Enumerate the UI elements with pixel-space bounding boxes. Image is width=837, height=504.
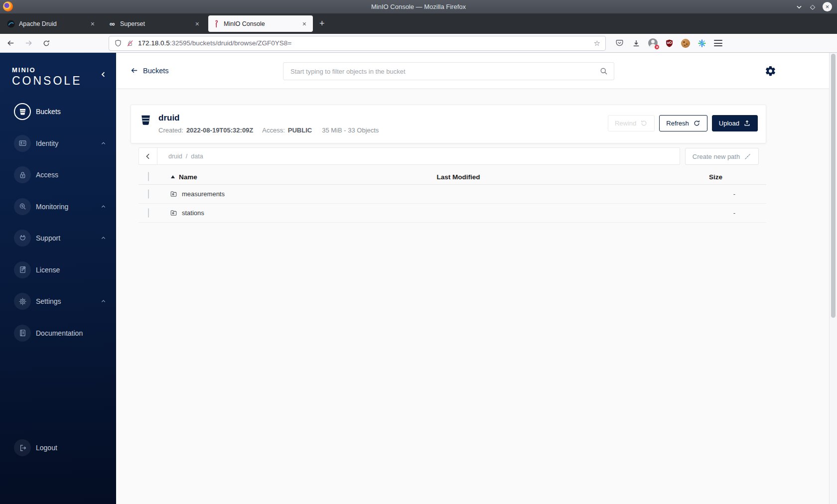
tracking-shield-icon[interactable] bbox=[114, 39, 122, 47]
column-header-size[interactable]: Size bbox=[568, 173, 766, 181]
bucket-summary-card: druid Created: 2022-08-19T05:32:09Z Acce… bbox=[131, 105, 766, 143]
window-minimize-icon[interactable] bbox=[796, 3, 803, 10]
minio-logo-wordmark: MINIO bbox=[12, 66, 82, 74]
folder-icon bbox=[170, 209, 177, 217]
bookmark-star-icon[interactable]: ☆ bbox=[594, 39, 600, 48]
access-label: Access: bbox=[262, 126, 285, 134]
extension-asterisk-icon[interactable] bbox=[698, 39, 706, 48]
window-maximize-icon[interactable]: ◇ bbox=[810, 3, 815, 10]
created-value: 2022-08-19T05:32:09Z bbox=[186, 126, 253, 134]
account-icon[interactable] bbox=[648, 38, 658, 48]
back-arrow-icon bbox=[130, 66, 139, 75]
tab-close-icon[interactable]: × bbox=[300, 20, 308, 28]
bucket-icon bbox=[14, 103, 31, 120]
back-button[interactable] bbox=[3, 36, 18, 51]
access-value: PUBLIC bbox=[288, 126, 312, 134]
sidebar-item-logout[interactable]: Logout bbox=[0, 436, 116, 460]
breadcrumb-root[interactable]: druid bbox=[168, 153, 182, 160]
column-header-last-modified[interactable]: Last Modified bbox=[349, 173, 568, 181]
sidebar-item-monitoring[interactable]: Monitoring bbox=[0, 195, 116, 219]
sidebar-item-access[interactable]: Access bbox=[0, 163, 116, 187]
tab-close-icon[interactable]: × bbox=[193, 20, 201, 28]
create-new-path-button[interactable]: Create new path bbox=[685, 148, 759, 165]
back-to-buckets-link[interactable]: Buckets bbox=[130, 53, 169, 88]
url-host: 172.18.0.5 bbox=[138, 39, 170, 47]
tab-label: Apache Druid bbox=[19, 20, 84, 27]
sidebar-item-settings[interactable]: Settings bbox=[0, 289, 116, 313]
sidebar-item-documentation[interactable]: Documentation bbox=[0, 321, 116, 345]
bucket-icon bbox=[140, 114, 151, 126]
minio-logo-console: CONSOLE bbox=[12, 74, 82, 88]
chevron-up-icon[interactable] bbox=[101, 299, 106, 304]
minio-sidebar: MINIO CONSOLE Buckets Identity Access bbox=[0, 53, 116, 504]
row-checkbox[interactable] bbox=[148, 189, 149, 199]
license-document-icon bbox=[14, 261, 31, 278]
tab-close-icon[interactable]: × bbox=[89, 20, 97, 28]
id-card-icon bbox=[14, 135, 31, 152]
sidebar-item-buckets[interactable]: Buckets bbox=[0, 100, 116, 124]
page-scrollbar[interactable] bbox=[829, 53, 837, 504]
rewind-button[interactable]: Rewind bbox=[608, 115, 655, 131]
chevron-up-icon[interactable] bbox=[101, 236, 106, 241]
object-name[interactable]: stations bbox=[182, 209, 204, 217]
objects-table: Name Last Modified Size measurements - s… bbox=[139, 169, 766, 223]
sidebar-item-identity[interactable]: Identity bbox=[0, 131, 116, 155]
sidebar-item-license[interactable]: License bbox=[0, 258, 116, 282]
table-row[interactable]: stations - bbox=[139, 204, 766, 223]
table-row[interactable]: measurements - bbox=[139, 185, 766, 204]
row-checkbox[interactable] bbox=[148, 208, 149, 218]
pocket-icon[interactable] bbox=[615, 38, 624, 48]
folder-icon bbox=[170, 190, 177, 198]
url-bar[interactable]: 172.18.0.5:32595/buckets/druid/browse/ZG… bbox=[109, 36, 606, 51]
bucket-settings-gear-icon[interactable] bbox=[765, 65, 776, 77]
upload-button[interactable]: Upload bbox=[712, 115, 758, 131]
create-path-icon bbox=[744, 153, 751, 160]
menu-hamburger-icon[interactable] bbox=[714, 40, 722, 46]
tab-minio-console[interactable]: MinIO Console × bbox=[208, 15, 313, 32]
sidebar-item-label: Access bbox=[36, 171, 58, 179]
sort-ascending-icon[interactable] bbox=[171, 175, 175, 178]
lock-icon bbox=[14, 166, 31, 183]
bucket-meta: Created: 2022-08-19T05:32:09Z Access: PU… bbox=[158, 126, 379, 134]
path-back-button[interactable] bbox=[139, 148, 157, 164]
browser-toolbar: 172.18.0.5:32595/buckets/druid/browse/ZG… bbox=[0, 34, 837, 53]
select-all-checkbox[interactable] bbox=[148, 172, 149, 181]
sidebar-item-support[interactable]: Support bbox=[0, 226, 116, 250]
search-input[interactable] bbox=[283, 62, 614, 80]
apache-druid-icon bbox=[7, 20, 15, 28]
ublock-origin-icon[interactable]: uO bbox=[665, 39, 674, 48]
minio-flamingo-icon bbox=[213, 20, 220, 28]
sidebar-item-label: Monitoring bbox=[36, 203, 68, 211]
cookie-extension-icon[interactable] bbox=[681, 39, 690, 48]
window-close-icon[interactable]: × bbox=[823, 2, 832, 11]
chevron-up-icon[interactable] bbox=[101, 204, 106, 209]
minio-logo: MINIO CONSOLE bbox=[12, 66, 82, 88]
bucket-name: druid bbox=[158, 113, 180, 123]
sidebar-item-label: Logout bbox=[36, 444, 57, 452]
window-titlebar: MinIO Console — Mozilla Firefox ◇ × bbox=[0, 0, 837, 13]
forward-button[interactable] bbox=[21, 36, 36, 51]
scrollbar-thumb[interactable] bbox=[831, 54, 836, 318]
tab-apache-druid[interactable]: Apache Druid × bbox=[2, 15, 101, 32]
tab-superset[interactable]: ∞ Superset × bbox=[104, 15, 206, 32]
back-link-label: Buckets bbox=[143, 67, 169, 75]
page-header: Buckets bbox=[116, 53, 837, 88]
sidebar-item-label: Identity bbox=[36, 139, 58, 147]
reload-button[interactable] bbox=[39, 36, 54, 51]
refresh-button[interactable]: Refresh bbox=[659, 115, 707, 131]
chevron-up-icon[interactable] bbox=[101, 140, 106, 146]
insecure-lock-icon[interactable] bbox=[126, 39, 134, 47]
sidebar-collapse-icon[interactable] bbox=[100, 71, 107, 78]
object-name[interactable]: measurements bbox=[182, 190, 225, 198]
gear-icon bbox=[14, 293, 31, 310]
sidebar-item-label: Support bbox=[36, 234, 60, 242]
documentation-book-icon bbox=[14, 325, 31, 342]
downloads-icon[interactable] bbox=[632, 39, 641, 48]
tab-label: Superset bbox=[120, 20, 188, 27]
column-header-name[interactable]: Name bbox=[179, 173, 197, 181]
tab-label: MinIO Console bbox=[224, 20, 295, 27]
new-tab-button[interactable]: + bbox=[315, 17, 329, 30]
sidebar-item-label: Documentation bbox=[36, 329, 83, 337]
firefox-logo-icon bbox=[3, 1, 13, 11]
tab-bar: Apache Druid × ∞ Superset × MinIO Consol… bbox=[0, 13, 837, 34]
